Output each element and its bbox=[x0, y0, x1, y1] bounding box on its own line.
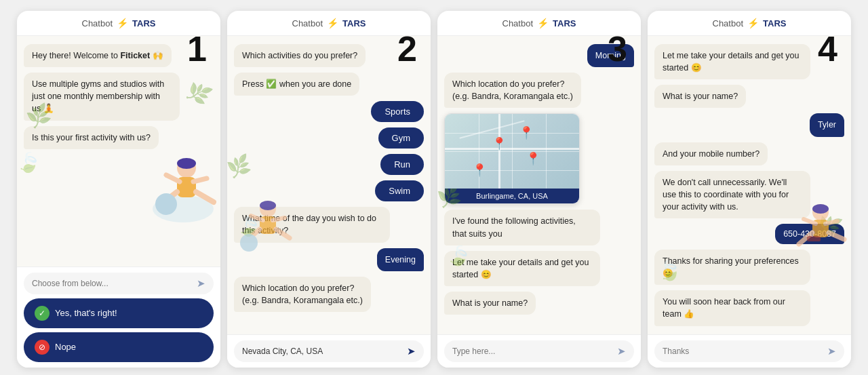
yes-label: Yes, that's right! bbox=[55, 308, 117, 318]
message-intro: Use multiple gyms and studios with just … bbox=[24, 73, 180, 120]
message-name-question: What is your name? bbox=[654, 85, 746, 108]
lightning-icon-2: ⚡ bbox=[327, 18, 338, 28]
map-pin-2: 📍 bbox=[526, 151, 540, 166]
check-icon: ✓ bbox=[35, 306, 50, 321]
svg-line-12 bbox=[276, 229, 290, 238]
message-location: Which location do you prefer?(e.g. Bandr… bbox=[234, 277, 371, 312]
svg-line-14 bbox=[273, 218, 285, 220]
svg-point-1 bbox=[177, 159, 196, 178]
lightning-icon-3: ⚡ bbox=[537, 18, 549, 28]
message-details-intro: Let me take your details and get you sta… bbox=[654, 44, 810, 79]
message-hear-back: You will soon hear back from our team 👍 bbox=[654, 290, 810, 325]
message-press-done: Press ✅ when you are done bbox=[234, 73, 359, 96]
svg-line-6 bbox=[193, 178, 207, 182]
pill-swim[interactable]: Swim bbox=[375, 180, 424, 201]
map-pin-3: 📍 bbox=[519, 125, 534, 140]
message-name-answer: Tyler bbox=[810, 113, 844, 136]
svg-line-4 bbox=[196, 192, 214, 202]
card1-illustration bbox=[139, 144, 220, 226]
map-pin-1: 📍 bbox=[492, 136, 507, 151]
card-number-2: 2 bbox=[397, 31, 417, 66]
card4-illustration bbox=[787, 195, 851, 256]
svg-rect-24 bbox=[807, 236, 821, 241]
lightning-icon: ⚡ bbox=[117, 18, 128, 28]
header-bot-label-2: Chatbot bbox=[292, 18, 323, 28]
no-icon: ⊘ bbox=[35, 340, 50, 355]
svg-line-20 bbox=[829, 233, 844, 239]
input-row-1[interactable]: ➤ bbox=[24, 273, 214, 294]
svg-line-3 bbox=[159, 192, 177, 205]
chat-body-2: 🌿 🍃 Which activities do you prefer? Pres… bbox=[227, 36, 431, 334]
svg-point-23 bbox=[812, 204, 829, 214]
send-icon-4[interactable]: ➤ bbox=[827, 345, 836, 357]
header-tars-label-2: TARS bbox=[342, 18, 366, 28]
message-location-q: Which location do you prefer?(e.g. Bandr… bbox=[444, 73, 581, 108]
message-evening: Evening bbox=[377, 248, 424, 271]
chat-card-4: Chatbot ⚡ TARS 🌿 🍃 Let me take your deta… bbox=[648, 11, 851, 368]
map-bubble: 📍 📍 📍 📍 Burlingame, CA, USA bbox=[444, 113, 580, 204]
message-activities: Which activities do you prefer? bbox=[234, 44, 366, 67]
chat-input-2[interactable] bbox=[242, 347, 401, 356]
leaves-decoration: 🌿 🍃 🌿 bbox=[17, 36, 220, 267]
svg-rect-2 bbox=[177, 177, 196, 197]
chat-card-3: Chatbot ⚡ TARS 🌿 🍃 Morning Which locatio… bbox=[437, 11, 641, 368]
input-row-4[interactable]: ➤ bbox=[654, 340, 844, 362]
svg-line-22 bbox=[825, 221, 837, 224]
send-icon-3[interactable]: ➤ bbox=[617, 345, 626, 357]
chat-body-1: 🌿 🍃 🌿 Hey there! Welcome to Fiticket 🙌 U… bbox=[17, 36, 220, 267]
card-footer-1: ➤ ✓ Yes, that's right! ⊘ Nope bbox=[17, 267, 220, 368]
pill-run[interactable]: Run bbox=[380, 154, 424, 175]
svg-point-0 bbox=[153, 195, 214, 222]
app-container: Chatbot ⚡ TARS 🌿 🍃 🌿 Hey there! Welcome … bbox=[11, 11, 857, 368]
chat-body-3: 🌿 🍃 Morning Which location do you prefer… bbox=[437, 36, 641, 334]
svg-point-15 bbox=[260, 201, 276, 210]
message-mobile-question: And your mobile number? bbox=[654, 142, 768, 165]
header-tars-label-4: TARS bbox=[763, 18, 786, 28]
svg-point-7 bbox=[177, 158, 196, 169]
chat-input-4[interactable] bbox=[663, 347, 822, 356]
nope-button[interactable]: ⊘ Nope bbox=[24, 332, 214, 362]
input-row-2[interactable]: ➤ bbox=[234, 340, 424, 362]
message-details: Let me take your details and get you sta… bbox=[444, 251, 600, 286]
header-bot-label: Chatbot bbox=[82, 18, 113, 28]
message-found: I've found the following activities, tha… bbox=[444, 210, 600, 245]
card2-illustration bbox=[234, 192, 302, 253]
map-visual: 📍 📍 📍 📍 bbox=[445, 114, 579, 189]
card-footer-3: ➤ bbox=[437, 334, 641, 368]
yes-button[interactable]: ✓ Yes, that's right! bbox=[24, 298, 214, 328]
pill-gym[interactable]: Gym bbox=[378, 127, 424, 149]
chat-input-3[interactable] bbox=[452, 347, 612, 356]
header-tars-label-3: TARS bbox=[553, 18, 576, 28]
card-number-1: 1 bbox=[187, 31, 207, 66]
svg-point-16 bbox=[240, 234, 258, 252]
svg-line-5 bbox=[166, 175, 180, 182]
header-bot-label-4: Chatbot bbox=[713, 18, 744, 28]
svg-line-13 bbox=[251, 216, 263, 220]
chat-body-4: 🌿 🍃 Let me take your details and get you… bbox=[648, 36, 851, 334]
map-pin-4: 📍 bbox=[472, 163, 487, 178]
chat-input-1[interactable] bbox=[32, 279, 191, 288]
message-question: Is this your first activity with us? bbox=[24, 126, 159, 149]
send-icon-2[interactable]: ➤ bbox=[407, 345, 416, 357]
card-number-4: 4 bbox=[818, 31, 837, 66]
card-footer-2: ➤ bbox=[227, 334, 431, 368]
header-bot-label-3: Chatbot bbox=[502, 18, 534, 28]
map-location-label: Burlingame, CA, USA bbox=[445, 189, 579, 203]
chat-card-2: Chatbot ⚡ TARS 🌿 🍃 Which activities do y… bbox=[227, 11, 431, 368]
card-footer-4: ➤ bbox=[648, 334, 851, 368]
input-row-3[interactable]: ➤ bbox=[444, 340, 634, 362]
send-icon-1[interactable]: ➤ bbox=[197, 277, 205, 290]
message-welcome: Hey there! Welcome to Fiticket 🙌 bbox=[24, 44, 172, 67]
svg-point-8 bbox=[155, 193, 177, 215]
lightning-icon-4: ⚡ bbox=[747, 18, 759, 28]
message-name-q: What is your name? bbox=[444, 292, 536, 315]
pill-sports[interactable]: Sports bbox=[371, 101, 424, 122]
svg-line-21 bbox=[804, 219, 816, 224]
chat-card-1: Chatbot ⚡ TARS 🌿 🍃 🌿 Hey there! Welcome … bbox=[17, 11, 220, 368]
nope-label: Nope bbox=[55, 342, 76, 352]
card-number-3: 3 bbox=[608, 31, 627, 66]
header-tars-label: TARS bbox=[132, 18, 155, 28]
